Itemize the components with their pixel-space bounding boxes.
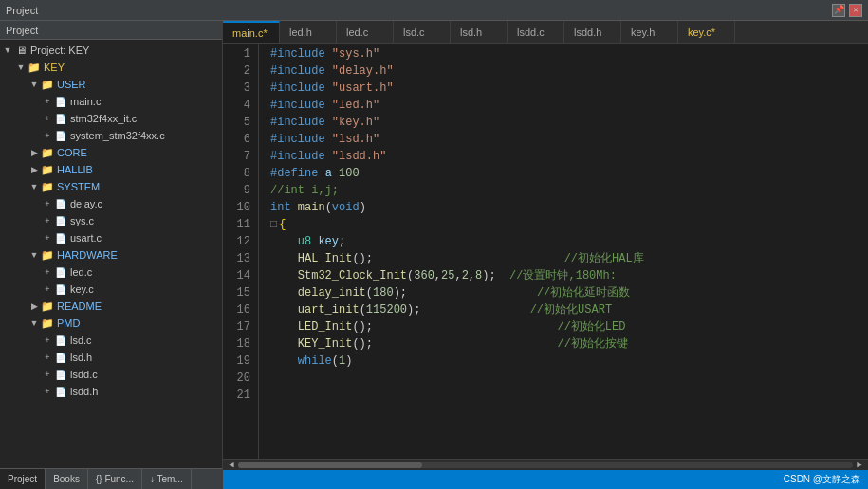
tree-item-lsdd-h[interactable]: +📄lsdd.h bbox=[0, 383, 222, 400]
pin-button[interactable]: 📌 bbox=[832, 4, 845, 17]
expand-icon: ▶ bbox=[28, 165, 40, 174]
code-line-7: #include "lsdd.h" bbox=[270, 148, 868, 165]
editor-tab-main-c-tab[interactable]: main.c* bbox=[223, 21, 280, 43]
tree-item-system-stm32f4xx[interactable]: +📄system_stm32f4xx.c bbox=[0, 127, 222, 144]
line-number-16: 16 bbox=[223, 301, 250, 318]
tree-item-hardware-folder[interactable]: ▼📁HARDWARE bbox=[0, 246, 222, 263]
file-icon: 📄 bbox=[53, 213, 68, 228]
tree-item-delay-c[interactable]: +📄delay.c bbox=[0, 195, 222, 212]
tree-item-key-root[interactable]: ▼📁KEY bbox=[0, 59, 222, 76]
tree-item-sys-c[interactable]: +📄sys.c bbox=[0, 212, 222, 229]
code-line-4: #include "led.h" bbox=[270, 97, 868, 114]
tree-label: HARDWARE bbox=[57, 249, 118, 261]
sidebar-tab-project-tab[interactable]: Project bbox=[0, 469, 46, 489]
editor-tab-lsdd-h-tab[interactable]: lsdd.h bbox=[564, 21, 621, 43]
line-number-5: 5 bbox=[223, 114, 250, 131]
tree-item-user-folder[interactable]: ▼📁USER bbox=[0, 76, 222, 93]
editor-tab-lsd-h-tab[interactable]: lsd.h bbox=[451, 21, 508, 43]
expand-icon: + bbox=[42, 233, 53, 243]
scroll-left-btn[interactable]: ◀ bbox=[225, 460, 238, 471]
folder-icon: 📁 bbox=[27, 60, 42, 75]
code-line-10: //int i,j; bbox=[270, 182, 868, 199]
tree-item-system-folder[interactable]: ▼📁SYSTEM bbox=[0, 178, 222, 195]
code-line-1: #include "sys.h" bbox=[270, 45, 868, 63]
code-container: 123456789101112131415161718192021 #inclu… bbox=[223, 44, 868, 459]
tree-label: Project: KEY bbox=[30, 45, 89, 56]
expand-icon: ▼ bbox=[2, 45, 13, 55]
expand-icon: ▼ bbox=[28, 250, 40, 260]
tree-label: lsdd.h bbox=[70, 386, 98, 397]
tree-item-readme-folder[interactable]: ▶📁README bbox=[0, 298, 222, 315]
code-line-12: □{ bbox=[270, 216, 868, 233]
tree-label: stm32f4xx_it.c bbox=[70, 113, 137, 124]
code-content[interactable]: #include "sys.h"#include "delay.h"#inclu… bbox=[259, 44, 868, 459]
tree-item-pmd-folder[interactable]: ▼📁PMD bbox=[0, 315, 222, 332]
line-number-4: 4 bbox=[223, 97, 250, 114]
tree-item-key-c[interactable]: +📄key.c bbox=[0, 281, 222, 298]
editor-tab-key-h-tab[interactable]: key.h bbox=[621, 21, 678, 43]
line-number-8: 8 bbox=[223, 165, 250, 182]
line-number-6: 6 bbox=[223, 131, 250, 148]
line-number-12: 12 bbox=[223, 233, 250, 250]
file-icon: 📄 bbox=[53, 384, 68, 399]
expand-icon: + bbox=[42, 387, 53, 396]
code-line-21: while(1) bbox=[270, 353, 868, 370]
line-number-21: 21 bbox=[223, 387, 250, 404]
tree-label: KEY bbox=[44, 62, 65, 73]
file-icon: 📄 bbox=[53, 94, 68, 109]
horizontal-scrollbar[interactable]: ◀ ▶ bbox=[223, 459, 868, 470]
expand-icon: ▼ bbox=[28, 80, 40, 89]
expand-icon: ▶ bbox=[28, 148, 40, 157]
title-bar: Project 📌 ✕ bbox=[0, 0, 868, 21]
editor-tab-lsdd-c-tab[interactable]: lsdd.c bbox=[508, 21, 564, 43]
code-line-15: Stm32_Clock_Init(360,25,2,8); //设置时钟,180… bbox=[270, 267, 868, 284]
editor-tab-led-h-tab[interactable]: led.h bbox=[280, 21, 337, 43]
tree-label: usart.c bbox=[70, 232, 102, 244]
tree-label: sys.c bbox=[70, 215, 94, 226]
file-icon: 📄 bbox=[53, 111, 68, 126]
sidebar-tab-temp-tab[interactable]: ↓ Tem... bbox=[142, 469, 192, 489]
expand-icon: ▼ bbox=[15, 63, 27, 72]
folder-icon: 📁 bbox=[40, 145, 55, 160]
file-icon: 📄 bbox=[53, 230, 68, 245]
tree-label: USER bbox=[57, 79, 86, 90]
scrollbar-track[interactable] bbox=[238, 462, 853, 468]
tree-item-usart-c[interactable]: +📄usart.c bbox=[0, 229, 222, 246]
editor-tab-lsd-c-tab[interactable]: lsd.c bbox=[394, 21, 451, 43]
line-numbers: 123456789101112131415161718192021 bbox=[223, 44, 259, 459]
sidebar-tab-func-tab[interactable]: {} Func... bbox=[88, 469, 142, 489]
code-line-14: HAL_Init(); //初始化HAL库 bbox=[270, 250, 868, 267]
sidebar-content[interactable]: ▼🖥Project: KEY▼📁KEY▼📁USER+📄main.c+📄stm32… bbox=[0, 40, 222, 468]
line-number-11: 11 bbox=[223, 216, 250, 233]
tree-item-project-key[interactable]: ▼🖥Project: KEY bbox=[0, 42, 222, 59]
folder-icon: 📁 bbox=[40, 247, 55, 263]
line-number-3: 3 bbox=[223, 80, 250, 97]
scroll-right-btn[interactable]: ▶ bbox=[853, 460, 866, 471]
tree-item-lsd-h[interactable]: +📄lsd.h bbox=[0, 349, 222, 366]
line-number-7: 7 bbox=[223, 148, 250, 165]
tree-item-led-c[interactable]: +📄led.c bbox=[0, 263, 222, 281]
tree-item-lsd-c[interactable]: +📄lsd.c bbox=[0, 332, 222, 349]
expand-icon: + bbox=[42, 97, 53, 106]
code-line-5: #include "key.h" bbox=[270, 114, 868, 131]
folder-icon: 📁 bbox=[40, 299, 55, 314]
file-icon: 📄 bbox=[53, 264, 68, 280]
expand-icon: + bbox=[42, 335, 53, 345]
tree-item-lsdd-c[interactable]: +📄lsdd.c bbox=[0, 366, 222, 383]
close-button[interactable]: ✕ bbox=[849, 4, 862, 17]
tree-item-stm32f4xx-it[interactable]: +📄stm32f4xx_it.c bbox=[0, 110, 222, 127]
tree-label: CORE bbox=[57, 147, 87, 158]
tree-label: lsd.c bbox=[70, 335, 92, 346]
sidebar-bottom: ProjectBooks{} Func...↓ Tem... bbox=[0, 468, 222, 489]
code-line-17: uart_init(115200); //初始化USART bbox=[270, 301, 868, 318]
expand-icon: + bbox=[42, 353, 53, 362]
sidebar-tab-books-tab[interactable]: Books bbox=[46, 469, 88, 489]
expand-icon: + bbox=[42, 114, 53, 123]
tree-item-main-c[interactable]: +📄main.c bbox=[0, 93, 222, 110]
file-icon: 📄 bbox=[53, 333, 68, 348]
editor-tab-led-c-tab[interactable]: led.c bbox=[337, 21, 394, 43]
editor-tab-key-c-tab2[interactable]: key.c* bbox=[678, 21, 735, 43]
tree-item-hallib-folder[interactable]: ▶📁HALLIB bbox=[0, 161, 222, 178]
tree-item-core-folder[interactable]: ▶📁CORE bbox=[0, 144, 222, 161]
folder-icon: 📁 bbox=[40, 179, 55, 194]
